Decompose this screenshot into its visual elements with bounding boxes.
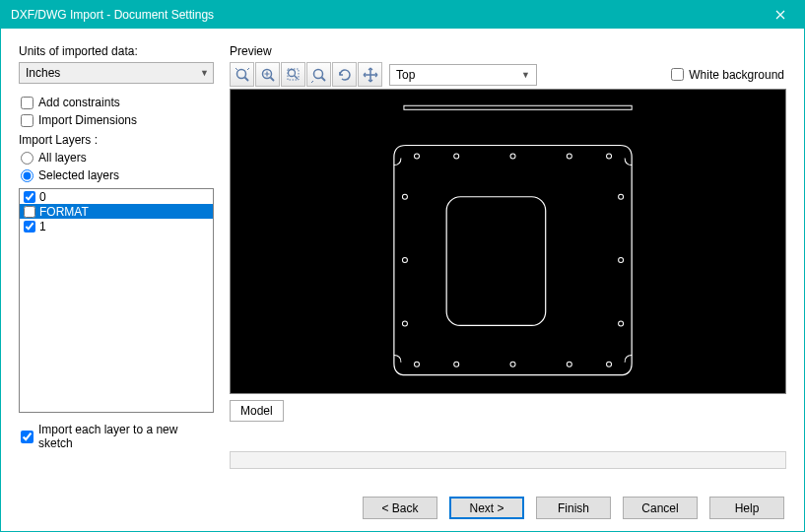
units-label: Units of imported data: (19, 44, 214, 58)
preview-tabs: Model (230, 400, 786, 422)
svg-point-16 (402, 194, 407, 199)
import-each-layer-input[interactable] (21, 431, 34, 443)
window-title: DXF/DWG Import - Document Settings (11, 8, 214, 22)
pan-button[interactable] (358, 62, 382, 87)
layer-checkbox[interactable] (24, 191, 35, 203)
next-button[interactable]: Next > (449, 497, 524, 519)
svg-rect-22 (446, 197, 546, 326)
zoom-in-icon (260, 67, 276, 83)
dialog-window: DXF/DWG Import - Document Settings Units… (0, 0, 805, 532)
svg-point-14 (567, 362, 571, 366)
svg-point-19 (619, 194, 624, 199)
chevron-down-icon: ▼ (200, 68, 209, 78)
svg-point-18 (402, 321, 407, 326)
preview-toolbar: Top ▼ White background (230, 62, 786, 87)
rotate-icon (337, 67, 353, 83)
help-button[interactable]: Help (709, 497, 784, 519)
layer-item[interactable]: 0 (20, 189, 213, 204)
content-area: Units of imported data: Inches ▼ Add con… (1, 29, 804, 531)
svg-point-8 (510, 154, 515, 159)
units-value: Inches (26, 66, 60, 80)
zoom-area-icon (286, 67, 302, 83)
close-button[interactable] (765, 4, 796, 26)
layer-checkbox[interactable] (24, 221, 35, 233)
progress-bar (230, 451, 786, 469)
svg-point-9 (567, 154, 571, 159)
svg-point-13 (510, 362, 515, 366)
zoom-in-button[interactable] (255, 62, 280, 87)
white-background-input[interactable] (671, 68, 684, 81)
white-background-label: White background (689, 68, 784, 82)
import-each-layer-label: Import each layer to a new sketch (38, 423, 214, 450)
svg-point-15 (607, 362, 612, 366)
selected-layers-radio[interactable]: Selected layers (21, 168, 214, 182)
view-value: Top (396, 68, 415, 82)
units-select[interactable]: Inches ▼ (19, 62, 214, 84)
layer-name: 1 (39, 220, 46, 233)
zoom-area-button[interactable] (281, 62, 305, 87)
add-constraints-input[interactable] (21, 97, 34, 109)
tab-model[interactable]: Model (230, 400, 284, 422)
layer-name: FORMAT (39, 205, 89, 219)
all-layers-label: All layers (38, 151, 87, 165)
add-constraints-label: Add constraints (38, 96, 120, 109)
cancel-button[interactable]: Cancel (623, 497, 698, 519)
add-constraints-checkbox[interactable]: Add constraints (21, 96, 214, 109)
svg-point-4 (313, 69, 322, 78)
white-background-checkbox[interactable]: White background (671, 68, 784, 82)
layer-item[interactable]: 1 (20, 219, 213, 233)
button-row: < Back Next > Finish Cancel Help (19, 497, 786, 519)
all-layers-radio[interactable]: All layers (21, 151, 214, 165)
layer-item[interactable]: FORMAT (20, 204, 213, 219)
svg-point-10 (607, 154, 612, 159)
svg-point-17 (402, 258, 407, 263)
layer-name: 0 (39, 190, 46, 204)
close-icon (775, 10, 785, 20)
rotate-button[interactable] (332, 62, 357, 87)
zoom-out-icon (311, 67, 327, 83)
svg-point-2 (288, 69, 295, 76)
right-panel: Preview (230, 44, 786, 469)
left-panel: Units of imported data: Inches ▼ Add con… (19, 44, 214, 469)
preview-canvas[interactable] (230, 89, 786, 394)
layer-checkbox[interactable] (24, 206, 35, 218)
main-area: Units of imported data: Inches ▼ Add con… (19, 44, 786, 469)
zoom-fit-icon (235, 67, 250, 83)
all-layers-input[interactable] (21, 152, 34, 165)
svg-point-6 (414, 154, 419, 159)
svg-point-20 (619, 258, 624, 263)
svg-point-12 (454, 362, 459, 366)
import-each-layer-checkbox[interactable]: Import each layer to a new sketch (21, 423, 214, 450)
back-button[interactable]: < Back (363, 497, 437, 519)
zoom-fit-button[interactable] (230, 62, 254, 87)
chevron-down-icon: ▼ (521, 70, 530, 80)
preview-drawing (231, 90, 785, 393)
import-dimensions-input[interactable] (21, 114, 34, 127)
zoom-out-button[interactable] (306, 62, 331, 87)
pan-icon (363, 67, 378, 83)
import-dimensions-checkbox[interactable]: Import Dimensions (21, 113, 214, 127)
svg-rect-5 (404, 105, 632, 109)
selected-layers-input[interactable] (21, 169, 34, 182)
import-layers-legend: Import Layers : (19, 133, 98, 147)
titlebar: DXF/DWG Import - Document Settings (1, 1, 804, 29)
finish-button[interactable]: Finish (536, 497, 611, 519)
import-layers-group: Import Layers : All layers Selected laye… (19, 133, 214, 413)
svg-point-0 (236, 69, 245, 78)
svg-point-21 (619, 321, 624, 326)
import-dimensions-label: Import Dimensions (38, 113, 137, 127)
preview-label: Preview (230, 44, 786, 58)
svg-point-11 (414, 362, 419, 366)
view-select[interactable]: Top ▼ (389, 64, 537, 86)
svg-point-7 (454, 154, 459, 159)
layer-list[interactable]: 0FORMAT1 (19, 188, 214, 413)
selected-layers-label: Selected layers (38, 168, 119, 182)
